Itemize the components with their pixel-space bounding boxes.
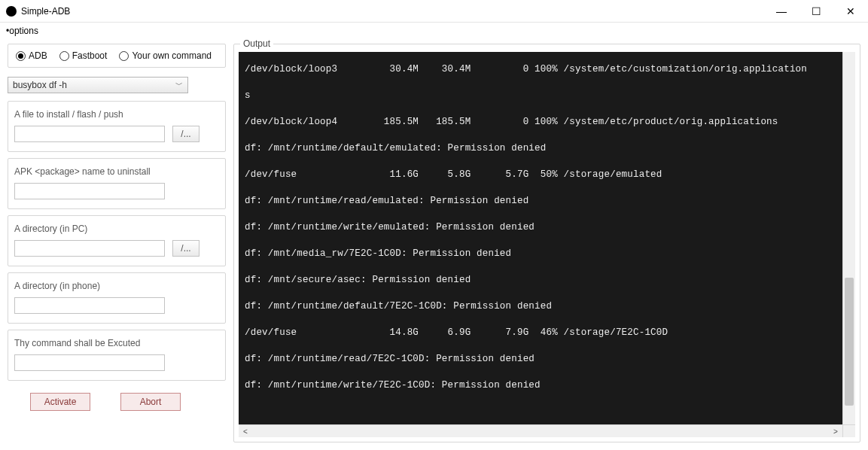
radio-own-circle [119, 51, 129, 61]
radio-own[interactable]: Your own command [119, 50, 212, 61]
chevron-down-icon: ﹀ [175, 80, 183, 90]
file-label: A file to install / flash / push [14, 109, 219, 120]
minimize-button[interactable]: — [764, 0, 799, 22]
left-panel: ADB Fastboot Your own command busybox df… [8, 44, 226, 442]
apk-section: APK <package> name to uninstall [8, 158, 226, 209]
scrollbar-corner [842, 424, 855, 437]
right-panel: Output /dev/block/loop3 30.4M 30.4M 0 10… [233, 44, 860, 442]
vertical-scrollbar-thumb[interactable] [845, 278, 854, 406]
file-section: A file to install / flash / push /... [8, 101, 226, 152]
apk-label: APK <package> name to uninstall [14, 166, 219, 177]
activate-button[interactable]: Activate [30, 393, 90, 411]
radio-own-label: Your own command [132, 50, 212, 61]
radio-adb-label: ADB [29, 50, 47, 61]
dir-pc-label: A directory (in PC) [14, 223, 219, 234]
action-buttons: Activate Abort [8, 387, 226, 411]
menu-options[interactable]: •options [3, 24, 41, 38]
horizontal-scrollbar[interactable]: < > [239, 424, 842, 437]
app-icon [6, 6, 17, 17]
dir-phone-section: A directory (in phone) [8, 272, 226, 324]
window-controls: — ☐ ✕ [764, 0, 868, 22]
titlebar: Simple-ADB — ☐ ✕ [0, 0, 868, 23]
command-combo-value: busybox df -h [13, 80, 67, 90]
command-label: Thy command shall be Excuted [14, 338, 219, 348]
radio-adb-circle [16, 51, 26, 61]
abort-button[interactable]: Abort [120, 393, 181, 411]
close-button[interactable]: ✕ [833, 0, 868, 22]
dir-pc-browse-button[interactable]: /... [172, 240, 199, 257]
output-fieldset: Output /dev/block/loop3 30.4M 30.4M 0 10… [233, 44, 860, 442]
dir-pc-input[interactable] [14, 240, 165, 257]
radio-adb[interactable]: ADB [16, 50, 47, 61]
menubar: •options [0, 23, 868, 39]
maximize-button[interactable]: ☐ [799, 0, 833, 22]
vertical-scrollbar[interactable] [842, 52, 855, 424]
radio-fastboot[interactable]: Fastboot [59, 50, 108, 61]
command-section: Thy command shall be Excuted [8, 330, 226, 381]
dir-pc-section: A directory (in PC) /... [8, 215, 226, 266]
output-terminal[interactable]: /dev/block/loop3 30.4M 30.4M 0 100% /sys… [239, 52, 842, 424]
scroll-right-icon[interactable]: > [830, 427, 841, 436]
command-combo[interactable]: busybox df -h ﹀ [8, 77, 188, 93]
dir-phone-label: A directory (in phone) [14, 281, 219, 291]
apk-input[interactable] [14, 183, 165, 199]
dir-phone-input[interactable] [14, 297, 165, 314]
file-input[interactable] [14, 126, 165, 142]
output-legend: Output [240, 38, 273, 49]
window-title: Simple-ADB [21, 6, 764, 17]
file-browse-button[interactable]: /... [172, 126, 199, 142]
radio-fastboot-label: Fastboot [72, 50, 108, 61]
command-input[interactable] [14, 354, 165, 371]
scroll-left-icon[interactable]: < [240, 427, 251, 436]
mode-group: ADB Fastboot Your own command [8, 44, 226, 68]
radio-fastboot-circle [59, 51, 69, 61]
